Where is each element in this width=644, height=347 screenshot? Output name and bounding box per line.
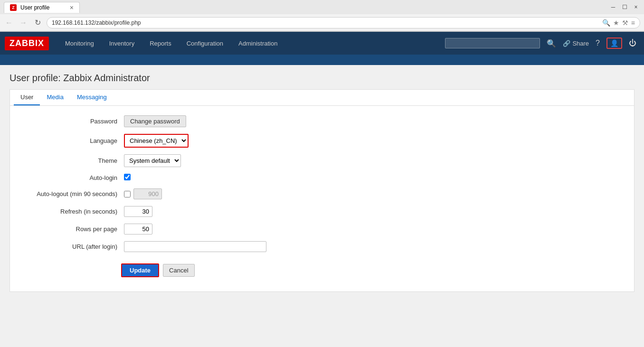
autologout-input[interactable] (133, 188, 162, 199)
content-panel: User Media Messaging Password Change pas… (9, 89, 635, 292)
refresh-field: 30 (124, 206, 152, 217)
language-select-wrapper: Chinese (zh_CN) English (en_US) System d… (124, 134, 189, 148)
nav-right: 🔍 🔗 Share ? 👤 ⏻ (445, 38, 639, 49)
autologin-label: Auto-login (19, 174, 124, 181)
sub-nav-bar (0, 55, 644, 65)
address-bar[interactable]: 192.168.161.132/zabbix/profile.php 🔍 ★ ⚒… (47, 17, 640, 28)
rows-input[interactable]: 50 (124, 224, 152, 234)
autologin-row: Auto-login (10, 174, 634, 182)
search-nav-icon[interactable]: 🔍 (544, 38, 559, 49)
bookmark-icon[interactable]: ★ (613, 19, 619, 27)
settings-icon[interactable]: ≡ (631, 19, 635, 27)
tab-messaging[interactable]: Messaging (70, 90, 114, 105)
share-icon: 🔗 (563, 40, 570, 47)
url-field (124, 241, 266, 252)
nav-reports[interactable]: Reports (143, 37, 178, 50)
theme-label: Theme (19, 157, 124, 164)
refresh-row: Refresh (in seconds) 30 (10, 206, 634, 217)
cancel-button[interactable]: Cancel (163, 264, 194, 277)
nav-administration[interactable]: Administration (232, 37, 284, 50)
extension-icon[interactable]: ⚒ (622, 19, 628, 27)
nav-menu: Monitoring Inventory Reports Configurati… (58, 37, 445, 50)
search-input[interactable] (445, 38, 540, 48)
address-text: 192.168.161.132/zabbix/profile.php (52, 19, 141, 26)
password-row: Password Change password (10, 115, 634, 127)
password-field: Change password (124, 115, 186, 127)
autologout-label: Auto-logout (min 90 seconds) (19, 190, 124, 197)
language-select[interactable]: Chinese (zh_CN) English (en_US) System d… (125, 135, 188, 147)
page-content: User profile: Zabbix Administrator User … (0, 65, 644, 340)
password-label: Password (19, 118, 124, 125)
browser-tab[interactable]: Z User profile × (4, 2, 80, 13)
browser-titlebar: Z User profile × ─ ☐ × (0, 0, 644, 14)
rows-field: 50 (124, 224, 152, 234)
reload-button[interactable]: ↻ (32, 18, 43, 28)
tab-user[interactable]: User (14, 90, 40, 105)
theme-select[interactable]: System default Blue Dark (124, 154, 181, 167)
refresh-input[interactable]: 30 (124, 206, 152, 217)
autologin-checkbox[interactable] (124, 174, 131, 180)
nav-monitoring[interactable]: Monitoring (58, 37, 101, 50)
nav-configuration[interactable]: Configuration (180, 37, 230, 50)
page-title: User profile: Zabbix Administrator (9, 73, 635, 84)
zabbix-logo[interactable]: ZABBIX (5, 37, 49, 50)
change-password-button[interactable]: Change password (124, 115, 186, 127)
user-profile-button[interactable]: 👤 (606, 38, 622, 49)
browser-window-controls: ─ ☐ × (609, 3, 640, 11)
nav-inventory[interactable]: Inventory (103, 37, 141, 50)
help-button[interactable]: ? (593, 38, 603, 48)
maximize-button[interactable]: ☐ (620, 3, 629, 11)
refresh-label: Refresh (in seconds) (19, 208, 124, 215)
tab-title: User profile (20, 4, 49, 11)
close-window-button[interactable]: × (632, 3, 640, 11)
form-area: Password Change password Language Chines… (10, 106, 634, 291)
page-footer: Zabbix 3.0.4. © 2001–2016, Zabbix SIA (0, 340, 644, 347)
address-icons: 🔍 ★ ⚒ ≡ (602, 19, 635, 27)
tab-media[interactable]: Media (40, 90, 70, 105)
autologin-field (124, 174, 131, 182)
tabs-bar: User Media Messaging (10, 90, 634, 106)
power-button[interactable]: ⏻ (626, 38, 639, 48)
rows-row: Rows per page 50 (10, 224, 634, 234)
tab-close-button[interactable]: × (70, 4, 74, 11)
language-field: Chinese (zh_CN) English (en_US) System d… (124, 134, 189, 148)
autologout-checkbox[interactable] (124, 191, 131, 197)
autologout-row: Auto-logout (min 90 seconds) (10, 188, 634, 199)
rows-label: Rows per page (19, 225, 124, 233)
theme-row: Theme System default Blue Dark (10, 154, 634, 167)
autologout-field (124, 188, 162, 199)
language-label: Language (19, 137, 124, 144)
url-label: URL (after login) (19, 243, 124, 250)
tab-favicon: Z (10, 4, 17, 11)
zabbix-navbar: ZABBIX Monitoring Inventory Reports Conf… (0, 32, 644, 55)
browser-addressbar: ← → ↻ 192.168.161.132/zabbix/profile.php… (0, 14, 644, 31)
url-input[interactable] (124, 241, 266, 252)
update-button[interactable]: Update (121, 263, 159, 277)
search-icon[interactable]: 🔍 (602, 19, 610, 27)
share-button[interactable]: 🔗 Share (563, 40, 589, 47)
form-buttons: Update Cancel (10, 259, 634, 282)
back-button[interactable]: ← (4, 18, 14, 28)
language-row: Language Chinese (zh_CN) English (en_US)… (10, 134, 634, 148)
forward-button[interactable]: → (18, 18, 28, 28)
browser-chrome: Z User profile × ─ ☐ × ← → ↻ 192.168.161… (0, 0, 644, 32)
theme-field: System default Blue Dark (124, 154, 181, 167)
url-row: URL (after login) (10, 241, 634, 252)
minimize-button[interactable]: ─ (609, 3, 617, 11)
share-label: Share (572, 40, 589, 47)
